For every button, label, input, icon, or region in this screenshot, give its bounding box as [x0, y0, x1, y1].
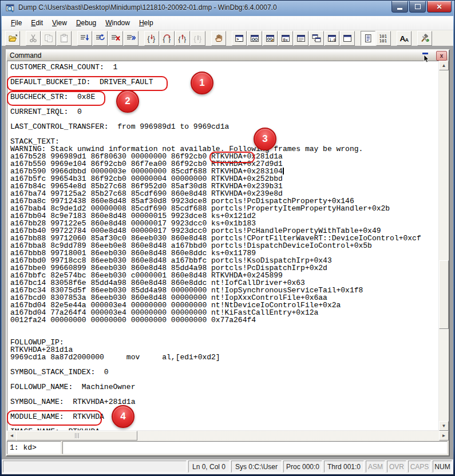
source-mode-button[interactable]: [361, 31, 375, 46]
close-icon: x: [440, 53, 444, 59]
scratch-pad-button[interactable]: [340, 31, 355, 46]
title-bar[interactable]: Dump C:\Users\basti\Desktop\Minidump\121…: [0, 0, 455, 16]
calls-window-button[interactable]: [309, 31, 324, 46]
assembly-options-button[interactable]: 101101: [376, 31, 391, 46]
svg-text:101: 101: [379, 38, 387, 43]
disassembly-window-button[interactable]: 1.0: [325, 31, 339, 46]
step-out-button[interactable]: {}: [175, 31, 190, 46]
text-caret: [283, 168, 284, 174]
maximize-icon: [415, 4, 421, 9]
svg-text:>_: >_: [236, 37, 242, 42]
status-process: Proc 000:0: [283, 461, 322, 473]
step-over-button[interactable]: {}: [160, 31, 175, 46]
menu-bar: FileEditViewDebugWindowHelp: [2, 16, 453, 30]
command-title: Command: [10, 51, 41, 60]
watch-window-icon: [250, 34, 259, 43]
memory-window-icon: [296, 34, 306, 43]
step-into-button[interactable]: {}: [144, 31, 159, 46]
svg-text:1.0: 1.0: [329, 38, 336, 42]
mouse-cursor: [424, 55, 430, 64]
vertical-scrollbar[interactable]: ▲ ▼: [439, 61, 449, 431]
arrow-left-icon: ◄: [10, 434, 14, 438]
calls-window-icon: [312, 34, 321, 43]
command-title-bar[interactable]: Command x: [7, 50, 449, 61]
memory-window-button[interactable]: [294, 31, 308, 46]
go-button[interactable]: [77, 31, 92, 46]
command-close-button[interactable]: x: [436, 51, 447, 61]
menu-debug[interactable]: Debug: [72, 17, 101, 29]
status-system: Sys 0:C:\User: [231, 461, 282, 473]
windbg-app-icon: [5, 3, 15, 13]
scroll-up-button[interactable]: ▲: [439, 61, 449, 70]
font-button[interactable]: AA: [397, 31, 412, 46]
menu-help[interactable]: Help: [134, 17, 158, 29]
mdi-client: Command x CUSTOMER_CRASH_COUNT: 1 DEFAUL…: [2, 46, 453, 459]
scroll-down-button[interactable]: ▼: [439, 421, 449, 431]
menu-file[interactable]: File: [6, 17, 26, 29]
copy-icon: [44, 34, 53, 43]
command-output-pane[interactable]: CUSTOMER_CRASH_COUNT: 1 DEFAULT_BUCKET_I…: [7, 61, 439, 431]
dock-minimize-icon[interactable]: [422, 53, 428, 54]
svg-text:0x: 0x: [283, 38, 288, 42]
font-icon: AA: [399, 34, 409, 43]
cut-button: [26, 31, 41, 46]
toolbar-separator: [72, 31, 77, 45]
watch-window-button[interactable]: [247, 31, 262, 46]
kd-prompt-label: 1: kd>: [7, 441, 61, 454]
scroll-left-button[interactable]: ◄: [7, 431, 17, 441]
svg-text:A: A: [405, 37, 409, 43]
close-icon: ✕: [436, 3, 442, 10]
menu-view[interactable]: View: [48, 17, 72, 29]
toolbar-separator: [21, 31, 26, 45]
status-toggle-asm: ASM: [366, 461, 385, 473]
svg-text:}: }: [153, 35, 155, 43]
menu-window[interactable]: Window: [101, 17, 134, 29]
svg-text:{: {: [148, 35, 150, 43]
command-window-button[interactable]: >_: [232, 31, 247, 46]
paste-icon: [60, 34, 69, 43]
kd-command-input[interactable]: [62, 441, 448, 454]
scroll-right-button[interactable]: ►: [439, 431, 449, 441]
registers-window-button[interactable]: 0x: [278, 31, 293, 46]
svg-text:{: {: [179, 35, 181, 43]
stop-debugging-button[interactable]: [108, 31, 123, 46]
toolbar-separator: [206, 31, 211, 45]
detach-button[interactable]: [124, 31, 139, 46]
client-area: FileEditViewDebugWindowHelp {}{}{}{}>_0x…: [2, 16, 453, 474]
status-line-col: Ln 0, Col 0: [188, 461, 230, 473]
step-over-icon: {}: [163, 34, 172, 43]
cut-icon: [29, 34, 38, 43]
assembly-options-icon: 101101: [379, 34, 388, 43]
locals-window-button[interactable]: [263, 31, 278, 46]
run-to-cursor-button: {}: [191, 31, 205, 46]
break-button[interactable]: [211, 31, 226, 46]
toolbar-separator: [227, 31, 232, 45]
status-toggle-caps: CAPS: [408, 461, 431, 473]
run-to-cursor-icon: {}: [193, 34, 203, 43]
open-source-file-button[interactable]: [5, 31, 20, 46]
status-thread: Thrd 001:0: [324, 461, 364, 473]
status-message-panel: [3, 461, 187, 473]
close-button[interactable]: ✕: [427, 1, 452, 13]
open-file-icon: [8, 34, 17, 43]
svg-text:}: }: [184, 35, 186, 43]
options-button[interactable]: [417, 31, 432, 46]
minimize-button[interactable]: [391, 1, 408, 13]
svg-text:}: }: [199, 35, 201, 43]
step-into-icon: {}: [147, 34, 156, 43]
vertical-scroll-thumb[interactable]: [439, 260, 449, 329]
restart-button[interactable]: [93, 31, 108, 46]
status-bar: Ln 0, Col 0 Sys 0:C:\User Proc 000:0 Thr…: [2, 459, 453, 474]
toolbar-separator: [139, 31, 144, 45]
menu-edit[interactable]: Edit: [26, 17, 48, 29]
command-window: Command x CUSTOMER_CRASH_COUNT: 1 DEFAUL…: [6, 49, 450, 457]
disassembly-window-icon: 1.0: [327, 34, 337, 43]
horizontal-scrollbar[interactable]: ◄ ►: [7, 431, 449, 441]
options-icon: [420, 34, 429, 43]
horizontal-scroll-thumb[interactable]: [16, 431, 137, 441]
maximize-button[interactable]: [409, 1, 426, 13]
windbg-window: Dump C:\Users\basti\Desktop\Minidump\121…: [0, 0, 455, 476]
toolbar-separator: [412, 31, 417, 45]
svg-text:{: {: [194, 35, 196, 43]
locals-window-icon: [266, 34, 275, 43]
